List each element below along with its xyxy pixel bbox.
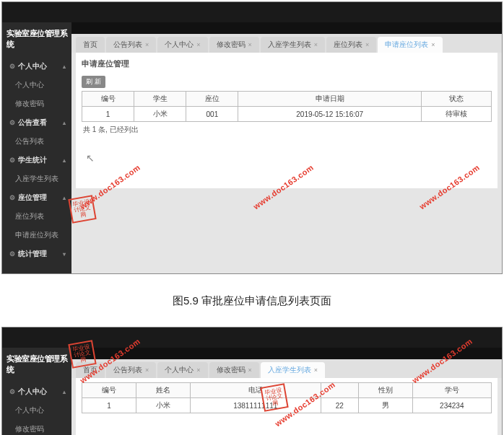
close-icon[interactable]: ×	[314, 366, 318, 374]
menu-label: 个人中心	[18, 387, 47, 397]
table-footer-text: 共 1 条, 已经列出	[82, 122, 492, 138]
header-bar	[71, 348, 502, 359]
header-bar	[71, 22, 502, 34]
tab-label: 申请座位列表	[385, 40, 428, 48]
table-cell: 13811111111	[190, 398, 321, 413]
close-icon[interactable]: ×	[196, 41, 200, 48]
table-cell: 234234	[412, 398, 491, 413]
menu-label: 个人中心	[15, 405, 44, 416]
table-header: 性别	[358, 383, 412, 398]
sidebar-item[interactable]: 修改密码	[2, 95, 71, 113]
tab-label: 公告列表	[113, 40, 142, 48]
table-header: 座位	[186, 92, 238, 107]
menu-label: 学生统计	[18, 155, 47, 165]
chevron-up-icon: ▴	[63, 63, 66, 70]
tab-label: 公告列表	[113, 366, 142, 374]
menu-label: 统计管理	[18, 249, 47, 259]
table-header: 编号	[82, 92, 134, 107]
close-icon[interactable]: ×	[431, 41, 435, 48]
chevron-up-icon: ▴	[63, 389, 66, 395]
sidebar-item[interactable]: ⚙学生统计▴	[2, 151, 71, 170]
chevron-up-icon: ▴	[63, 195, 66, 201]
tab-label: 首页	[83, 40, 97, 48]
close-icon[interactable]: ×	[145, 366, 149, 374]
sidebar-item[interactable]: 公告列表	[2, 132, 71, 151]
student-table: 编号姓名电话性别学号 1小米1381111111122男234234	[82, 382, 492, 413]
sidebar-item[interactable]: ⚙个人中心▴	[2, 57, 71, 76]
arrow-cursor-icon: ↖	[82, 413, 492, 435]
table-header: 学生	[134, 92, 186, 107]
gear-icon: ⚙	[9, 63, 15, 70]
menu-label: 申请座位列表	[15, 230, 58, 240]
close-icon[interactable]: ×	[248, 366, 252, 374]
menu-label: 公告查看	[18, 118, 47, 128]
table-header: 申请日期	[238, 92, 421, 107]
tab-label: 座位列表	[334, 40, 362, 48]
menu-label: 个人中心	[18, 61, 47, 71]
table-header: 状态	[421, 92, 491, 107]
tab[interactable]: 申请座位列表×	[378, 37, 442, 53]
tab[interactable]: 个人中心×	[157, 362, 207, 378]
tab[interactable]: 公告列表×	[106, 362, 156, 378]
close-icon[interactable]: ×	[248, 41, 252, 48]
table-header: 姓名	[136, 383, 190, 398]
tab[interactable]: 首页	[76, 362, 105, 378]
close-icon[interactable]: ×	[314, 41, 318, 48]
tab-label: 首页	[83, 366, 97, 374]
tab-label: 个人中心	[165, 40, 194, 48]
sidebar-item[interactable]: 个人中心	[2, 76, 71, 95]
tab[interactable]: 入座学生列表×	[261, 362, 325, 378]
gear-icon: ⚙	[9, 157, 15, 164]
application-table: 编号学生座位申请日期状态 1小米0012019-05-12 15:16:07待审…	[82, 91, 492, 122]
sidebar-item[interactable]: ⚙统计管理▾	[2, 245, 71, 263]
tab[interactable]: 座位列表×	[326, 37, 376, 53]
table-row[interactable]: 1小米1381111111122男234234	[82, 398, 492, 413]
sidebar-item[interactable]: 座位列表	[2, 207, 71, 226]
gear-icon: ⚙	[9, 250, 15, 258]
tab[interactable]: 个人中心×	[157, 37, 207, 53]
tab[interactable]: 修改密码×	[209, 37, 259, 53]
tab[interactable]: 入座学生列表×	[261, 37, 325, 53]
chevron-up-icon: ▴	[63, 157, 66, 164]
sidebar-item[interactable]: ⚙公告查看▴	[2, 113, 71, 132]
menu-label: 个人中心	[15, 80, 44, 90]
chevron-down-icon: ▾	[63, 251, 66, 258]
tab-strip: 首页公告列表×个人中心×修改密码×入座学生列表×	[71, 359, 502, 378]
table-cell: 22	[321, 398, 358, 413]
tab-label: 个人中心	[165, 366, 194, 374]
table-cell: 男	[358, 398, 412, 413]
table-cell: 小米	[136, 398, 190, 413]
table-header: 电话	[190, 383, 321, 398]
figure-2-screenshot: 实验室座位管理系统 ⚙个人中心▴个人中心修改密码⚙公告查看▴公告列表⚙学生统计▴…	[1, 327, 503, 435]
tab-label: 修改密码	[217, 366, 246, 374]
window-titlebar	[2, 2, 502, 22]
refresh-button[interactable]: 刷 新	[82, 76, 105, 88]
close-icon[interactable]: ×	[145, 41, 149, 48]
close-icon[interactable]: ×	[196, 366, 200, 374]
close-icon[interactable]: ×	[365, 41, 369, 48]
sidebar-item[interactable]: 入座学生列表	[2, 170, 71, 188]
menu-label: 修改密码	[15, 424, 44, 434]
menu-label: 入座学生列表	[15, 174, 58, 184]
table-cell: 待审核	[421, 107, 491, 122]
table-header: 学号	[412, 383, 491, 398]
table-row[interactable]: 1小米0012019-05-12 15:16:07待审核	[82, 107, 492, 122]
gear-icon: ⚙	[9, 388, 15, 395]
tab[interactable]: 首页	[76, 37, 105, 53]
sidebar-item[interactable]: ⚙座位管理▴	[2, 188, 71, 207]
sidebar-nav: 实验室座位管理系统 ⚙个人中心▴个人中心修改密码⚙公告查看▴公告列表⚙学生统计▴…	[2, 348, 71, 435]
content-area: 编号姓名电话性别学号 1小米1381111111122男234234 ↖	[76, 378, 498, 435]
table-header	[321, 383, 358, 398]
menu-label: 修改密码	[15, 99, 44, 109]
sidebar-item[interactable]: 申请座位列表	[2, 226, 71, 245]
sidebar-item[interactable]: 修改密码	[2, 420, 71, 435]
sidebar-item[interactable]: ⚙个人中心▴	[2, 382, 71, 401]
figure-1-screenshot: 实验室座位管理系统 ⚙个人中心▴个人中心修改密码⚙公告查看▴公告列表⚙学生统计▴…	[1, 1, 503, 274]
table-header: 编号	[82, 383, 136, 398]
tab[interactable]: 修改密码×	[209, 362, 259, 378]
tab-label: 修改密码	[217, 40, 246, 48]
sidebar-item[interactable]: 个人中心	[2, 401, 71, 420]
table-cell: 小米	[134, 107, 186, 122]
tab[interactable]: 公告列表×	[106, 37, 156, 53]
panel-title: 申请座位管理	[82, 57, 492, 74]
